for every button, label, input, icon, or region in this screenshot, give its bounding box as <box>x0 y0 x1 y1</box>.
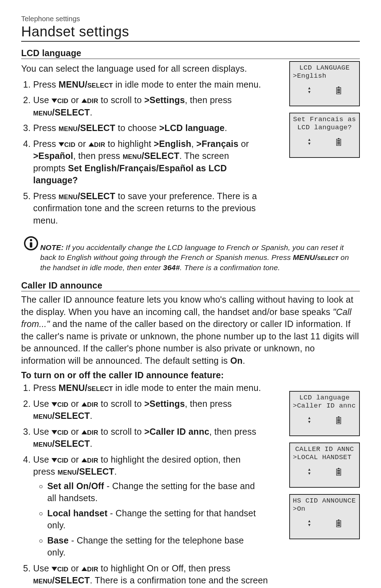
lcd-language-screens: LCD LANGUAGE >English ▲▼ Set Francais as… <box>289 60 360 158</box>
up-triangle-icon <box>81 99 87 103</box>
battery-icon <box>336 519 341 527</box>
svg-point-11 <box>30 239 32 241</box>
key-menu-select: MENU/select <box>293 253 338 261</box>
text: or <box>238 139 249 149</box>
step: Use cid or dir to scroll to >Caller ID a… <box>33 426 259 450</box>
lcd-language-steps: Press MENU/select in idle mode to enter … <box>21 78 283 227</box>
svg-rect-3 <box>337 90 340 91</box>
shortcut-code: 364# <box>163 263 180 272</box>
option: >English <box>154 139 191 149</box>
key-select: /SELECT <box>141 151 179 161</box>
lcd-line-1: LCD language <box>293 394 356 402</box>
bullet: Local handset - Change the setting for t… <box>47 507 259 531</box>
svg-rect-20 <box>337 470 340 471</box>
svg-rect-21 <box>337 472 340 473</box>
up-down-arrows-icon: ▲▼ <box>308 519 310 527</box>
text: , then press <box>185 95 232 105</box>
bullet: Set all On/Off - Change the setting for … <box>47 480 259 504</box>
text: Press <box>33 383 59 393</box>
key-menu: menu <box>33 107 52 117</box>
lcd-screen: HS CID ANNOUNCE >On ▲▼ <box>289 494 360 539</box>
key-menu: menu <box>59 191 78 201</box>
text: or <box>68 427 81 436</box>
step: Use cid or dir to highlight On or Off, t… <box>33 562 283 588</box>
up-triangle-icon <box>81 430 87 434</box>
key-dir: dir <box>87 399 98 409</box>
step: Press MENU/select in idle mode to enter … <box>33 382 283 394</box>
bullet: Base - Change the setting for the teleph… <box>47 534 259 559</box>
up-down-arrows-icon: ▲▼ <box>308 138 310 146</box>
battery-icon <box>336 416 341 424</box>
key-select: /SELECT <box>52 575 90 585</box>
key-select: /SELECT <box>52 107 90 117</box>
svg-rect-15 <box>337 418 340 420</box>
lcd-screen: Set Francais as LCD language? ▲▼ <box>289 113 360 158</box>
up-down-arrows-icon: ▲▼ <box>308 416 310 424</box>
text: or <box>68 95 81 105</box>
text: Press <box>33 191 59 201</box>
menu-target: >Settings <box>144 399 185 409</box>
key-dir: dir <box>94 139 105 149</box>
caller-id-subhead: To turn on or off the caller ID announce… <box>21 370 360 380</box>
lcd-screen: LCD language >Caller ID annc ▲▼ <box>289 391 360 436</box>
key-select: /SELECT <box>52 411 90 421</box>
svg-rect-12 <box>30 242 32 248</box>
text: , then press <box>209 427 256 436</box>
text: Use <box>33 563 52 573</box>
up-triangle-icon <box>81 567 87 571</box>
lcd-screen: LCD LANGUAGE >English ▲▼ <box>289 61 360 106</box>
lcd-line-1: HS CID ANNOUNCE <box>293 497 356 505</box>
battery-icon <box>336 138 341 146</box>
text: Use <box>33 95 52 105</box>
key-cid: cid <box>57 95 68 105</box>
section-heading-lcd-language: LCD language <box>21 48 360 59</box>
key-cid: cid <box>57 563 68 573</box>
menu-target: >Settings <box>144 95 185 105</box>
text: . <box>225 123 227 133</box>
up-down-arrows-icon: ▲▼ <box>308 468 310 476</box>
up-triangle-icon <box>81 458 87 462</box>
svg-rect-2 <box>337 89 340 90</box>
menu-target: >Caller ID annc <box>144 427 209 436</box>
up-triangle-icon <box>81 402 87 406</box>
svg-rect-17 <box>337 422 340 423</box>
text: , then press <box>73 151 122 161</box>
bullet-label: Base <box>47 535 69 545</box>
key-cid: cid <box>57 399 68 409</box>
text: Use <box>33 427 52 436</box>
key-dir: dir <box>87 95 98 105</box>
key-menu: menu <box>58 467 77 476</box>
text: in idle mode to enter the main menu. <box>113 79 261 89</box>
text: Use <box>33 399 52 409</box>
down-triangle-icon <box>59 142 64 147</box>
down-triangle-icon <box>52 430 57 434</box>
option: >Français <box>196 139 238 149</box>
key-menu-select: MENU/select <box>59 383 113 393</box>
key-cid: cid <box>64 139 75 149</box>
page: Telephone settings Handset settings LCD … <box>0 0 381 588</box>
lcd-line-2: >LOCAL HANDSET <box>293 453 356 462</box>
text: Press <box>33 123 59 133</box>
svg-rect-22 <box>337 473 340 474</box>
up-down-arrows-icon: ▲▼ <box>308 87 310 94</box>
svg-rect-8 <box>337 142 340 143</box>
key-dir: dir <box>87 563 98 573</box>
text: or <box>68 399 81 409</box>
key-menu-select: MENU/select <box>59 79 113 89</box>
lcd-language-intro: You can select the language used for all… <box>21 63 283 75</box>
text: Press <box>33 139 59 149</box>
lcd-line-1: Set Francais as <box>293 115 356 124</box>
down-triangle-icon <box>52 567 57 571</box>
lcd-line-2: >English <box>293 72 356 80</box>
step: Press menu/SELECT to choose >LCD languag… <box>33 122 283 134</box>
default-value: On <box>230 356 243 366</box>
text: to highlight On or Off, then press <box>98 563 230 573</box>
step: Use cid or dir to scroll to >Settings, t… <box>33 398 259 422</box>
text: in idle mode to enter the main menu. <box>113 383 261 393</box>
lcd-line-1: LCD LANGUAGE <box>293 64 356 72</box>
text: or <box>75 139 89 149</box>
key-select: /SELECT <box>77 467 114 476</box>
step: Press MENU/select in idle mode to enter … <box>33 78 283 91</box>
key-menu: menu <box>33 575 52 585</box>
key-menu: menu <box>59 123 78 133</box>
